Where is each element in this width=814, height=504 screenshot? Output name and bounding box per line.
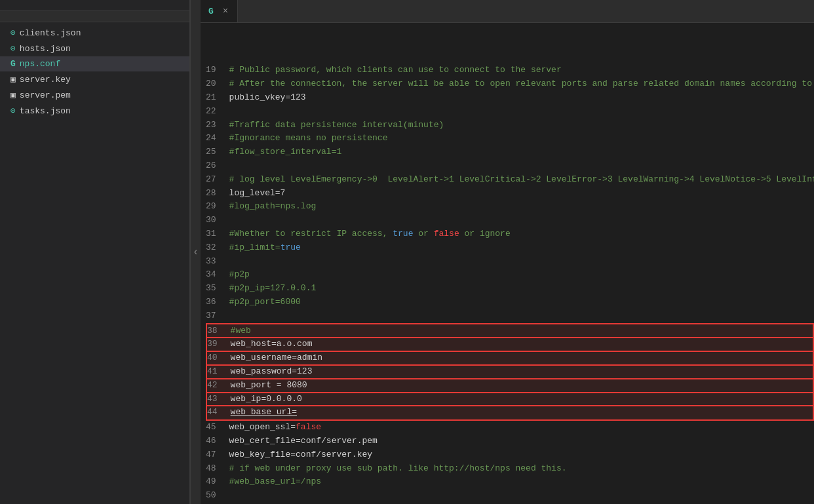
- code-line-23: 23#Traffic data persistence interval(min…: [206, 119, 814, 132]
- line-number: 39: [207, 338, 231, 351]
- line-content: # if web under proxy use sub path. like …: [229, 462, 567, 476]
- tab-nps-conf[interactable]: G ×: [201, 0, 238, 22]
- line-content: #ip_limit=true: [229, 241, 301, 255]
- code-line-37: 37: [206, 309, 814, 323]
- sidebar-toolbar: [0, 11, 189, 22]
- collapse-icon: ‹: [193, 246, 199, 258]
- code-line-35: 35#p2p_ip=127.0.0.1: [206, 282, 814, 296]
- up-button[interactable]: [5, 15, 10, 18]
- file-name: server.pem: [20, 90, 71, 100]
- line-number: 22: [206, 105, 229, 119]
- file-item-server-pem[interactable]: ▣server.pem: [0, 87, 189, 103]
- file-item-server-key[interactable]: ▣server.key: [0, 71, 189, 87]
- line-number: 30: [206, 214, 229, 227]
- code-lines: 19# Public password, which clients can u…: [201, 23, 814, 504]
- code-line-50: 50: [206, 489, 814, 503]
- line-content: # After the connection, the server will …: [229, 77, 814, 91]
- code-line-31: 31#Whether to restrict IP access, true o…: [206, 227, 814, 241]
- file-icon-json: ⊙: [10, 106, 16, 116]
- file-item-tasks-json[interactable]: ⊙tasks.json: [0, 103, 189, 119]
- code-line-44: 44web_base_url=: [206, 406, 814, 421]
- code-line-27: 27# log level LevelEmergency->0 LevelAle…: [206, 173, 814, 187]
- file-item-clients-json[interactable]: ⊙clients.json: [0, 25, 189, 41]
- code-line-39: 39web_host=a.o.com: [206, 338, 814, 351]
- line-content: web_ip=0.0.0.0: [231, 393, 302, 406]
- line-content: #web_base_url=/nps: [229, 475, 321, 489]
- line-number: 35: [206, 282, 229, 296]
- file-name: server.key: [20, 75, 71, 85]
- code-line-26: 26: [206, 159, 814, 173]
- tab-bar: G ×: [201, 0, 814, 23]
- line-content: #Whether to restrict IP access, true or …: [229, 227, 511, 241]
- code-line-30: 30: [206, 214, 814, 227]
- line-content: public_vkey=123: [229, 91, 306, 105]
- sidebar-header: [0, 0, 189, 11]
- line-number: 48: [206, 462, 229, 476]
- code-line-19: 19# Public password, which clients can u…: [206, 64, 814, 77]
- file-name: hosts.json: [20, 44, 71, 54]
- line-number: 33: [206, 255, 229, 269]
- line-content: log_level=7: [229, 187, 286, 201]
- code-line-22: 22: [206, 105, 814, 119]
- line-content: #p2p_port=6000: [229, 296, 301, 309]
- code-line-25: 25#flow_store_interval=1: [206, 145, 814, 159]
- tab-close-button[interactable]: ×: [222, 6, 229, 16]
- line-content: web_cert_file=conf/server.pem: [229, 435, 378, 448]
- code-line-49: 49#web_base_url=/nps: [206, 475, 814, 489]
- line-content: web_base_url=: [231, 406, 297, 419]
- tab-icon: G: [208, 7, 214, 16]
- line-number: 27: [206, 173, 229, 187]
- line-content: web_password=123: [231, 365, 313, 379]
- code-line-32: 32#ip_limit=true: [206, 241, 814, 255]
- line-number: 47: [206, 448, 229, 462]
- refresh-button[interactable]: [17, 15, 22, 18]
- code-line-40: 40web_username=admin: [206, 351, 814, 365]
- search-button[interactable]: [41, 15, 46, 18]
- sidebar: ⊙clients.json⊙hosts.jsonGnps.conf▣server…: [0, 0, 190, 504]
- line-number: 44: [207, 406, 231, 419]
- line-content: # log level LevelEmergency->0 LevelAlert…: [229, 173, 814, 187]
- code-line-42: 42web_port = 8080: [206, 379, 814, 393]
- file-icon-json: ⊙: [10, 28, 16, 38]
- code-line-47: 47web_key_file=conf/server.key: [206, 448, 814, 462]
- code-line-46: 46web_cert_file=conf/server.pem: [206, 435, 814, 448]
- line-number: 34: [206, 268, 229, 282]
- line-number: 40: [207, 351, 231, 365]
- line-number: 45: [206, 421, 229, 435]
- line-number: 23: [206, 119, 229, 132]
- line-number: 36: [206, 296, 229, 309]
- file-item-hosts-json[interactable]: ⊙hosts.json: [0, 41, 189, 56]
- line-number: 49: [206, 475, 229, 489]
- line-content: #p2p_ip=127.0.0.1: [229, 282, 317, 296]
- line-number: 29: [206, 200, 229, 214]
- line-number: 24: [206, 132, 229, 145]
- line-content: # Public password, which clients can use…: [229, 64, 562, 77]
- code-line-38: 38#web: [206, 323, 814, 338]
- line-number: 41: [207, 365, 231, 379]
- file-name: tasks.json: [20, 106, 71, 116]
- code-line-20: 20# After the connection, the server wil…: [206, 77, 814, 91]
- code-line-36: 36#p2p_port=6000: [206, 296, 814, 309]
- line-content: #flow_store_interval=1: [229, 145, 342, 159]
- code-line-48: 48# if web under proxy use sub path. lik…: [206, 462, 814, 476]
- code-line-34: 34#p2p: [206, 268, 814, 282]
- line-number: 31: [206, 227, 229, 241]
- line-number: 26: [206, 159, 229, 173]
- line-content: web_host=a.o.com: [231, 338, 313, 351]
- file-name: nps.conf: [20, 59, 60, 69]
- line-number: 38: [207, 324, 231, 338]
- line-content: #log_path=nps.log: [229, 200, 317, 214]
- code-container[interactable]: 19# Public password, which clients can u…: [201, 23, 814, 504]
- new-button[interactable]: [29, 15, 34, 18]
- file-item-nps-conf[interactable]: Gnps.conf: [0, 56, 189, 71]
- code-line-21: 21public_vkey=123: [206, 91, 814, 105]
- line-content: web_port = 8080: [231, 379, 307, 393]
- line-content: #p2p: [229, 268, 250, 282]
- collapse-sidebar-button[interactable]: ‹: [190, 0, 201, 504]
- line-number: 25: [206, 145, 229, 159]
- code-line-43: 43web_ip=0.0.0.0: [206, 393, 814, 406]
- code-line-29: 29#log_path=nps.log: [206, 200, 814, 214]
- code-line-45: 45web_open_ssl=false: [206, 421, 814, 435]
- line-content: web_open_ssl=false: [229, 421, 321, 435]
- file-icon-key: ▣: [10, 74, 16, 85]
